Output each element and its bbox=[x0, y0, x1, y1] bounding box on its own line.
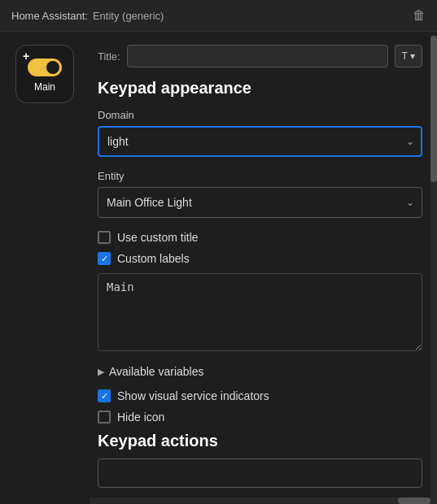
left-panel: + Main bbox=[0, 32, 90, 500]
domain-label: Domain bbox=[98, 109, 422, 121]
domain-select-wrapper: light ⌄ bbox=[98, 126, 422, 157]
scrollbar-thumb[interactable] bbox=[430, 36, 437, 182]
use-custom-title-label: Use custom title bbox=[117, 231, 199, 244]
keypad-actions-select[interactable] bbox=[98, 458, 422, 488]
use-custom-title-row[interactable]: Use custom title bbox=[98, 231, 422, 244]
available-variables-label: Available variables bbox=[109, 365, 203, 378]
right-panel[interactable]: Title: T ▾ Keypad appearance Domain ligh… bbox=[90, 32, 437, 500]
hide-icon-checkbox[interactable] bbox=[98, 411, 111, 424]
show-visual-row[interactable]: Show visual service indicators bbox=[98, 389, 422, 402]
keypad-appearance-title: Keypad appearance bbox=[98, 79, 422, 98]
toggle-icon bbox=[28, 59, 62, 76]
custom-labels-textarea[interactable]: Main bbox=[98, 273, 422, 351]
use-custom-title-checkbox[interactable] bbox=[98, 231, 111, 244]
show-visual-label: Show visual service indicators bbox=[117, 389, 269, 402]
entity-type-label: Entity (generic) bbox=[93, 10, 164, 22]
keypad-actions-title: Keypad actions bbox=[98, 432, 422, 450]
scrollbar-track bbox=[430, 36, 437, 504]
domain-select[interactable]: light bbox=[98, 126, 422, 157]
header-left: Home Assistant: Entity (generic) bbox=[11, 10, 164, 22]
title-format-button[interactable]: T ▾ bbox=[395, 45, 422, 67]
custom-labels-checkbox[interactable] bbox=[98, 252, 111, 265]
entity-label: Entity bbox=[98, 170, 422, 182]
triangle-icon: ▶ bbox=[98, 367, 104, 377]
custom-labels-label: Custom labels bbox=[117, 252, 190, 265]
title-row: Title: T ▾ bbox=[98, 45, 422, 67]
app-label: Main bbox=[34, 81, 55, 93]
delete-icon[interactable]: 🗑 bbox=[413, 8, 426, 23]
header: Home Assistant: Entity (generic) 🗑 bbox=[0, 0, 437, 32]
show-visual-checkbox[interactable] bbox=[98, 389, 111, 402]
available-variables-row[interactable]: ▶ Available variables bbox=[98, 365, 422, 378]
title-input[interactable] bbox=[127, 45, 388, 67]
hide-icon-label: Hide icon bbox=[117, 411, 164, 424]
bottom-scrollbar bbox=[90, 497, 430, 504]
entity-select-wrapper: Main Office Light ⌄ bbox=[98, 187, 422, 218]
custom-labels-row[interactable]: Custom labels bbox=[98, 252, 422, 265]
title-label: Title: bbox=[98, 50, 120, 63]
keypad-actions-select-wrapper bbox=[98, 458, 422, 488]
entity-select[interactable]: Main Office Light bbox=[98, 187, 422, 218]
hide-icon-row[interactable]: Hide icon bbox=[98, 411, 422, 424]
bottom-scrollbar-thumb[interactable] bbox=[398, 497, 430, 504]
main-layout: + Main Title: T ▾ Keypad appearance Doma… bbox=[0, 32, 437, 500]
plus-icon: + bbox=[23, 50, 29, 62]
brand-label: Home Assistant: bbox=[11, 10, 88, 22]
app-icon: + Main bbox=[15, 45, 74, 103]
